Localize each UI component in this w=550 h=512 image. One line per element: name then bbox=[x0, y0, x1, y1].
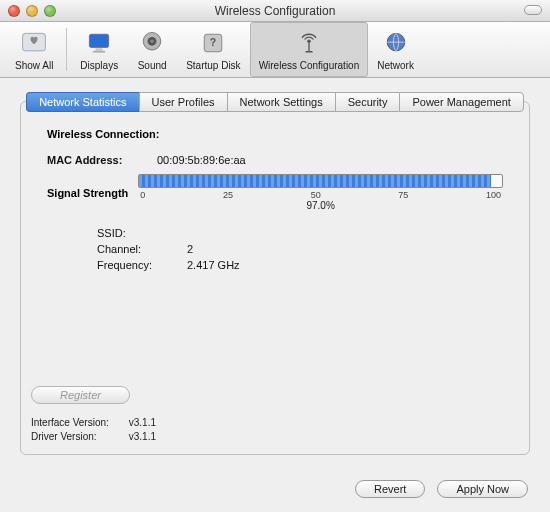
signal-ticks: 0 25 50 75 100 bbox=[138, 190, 503, 200]
tick-75: 75 bbox=[398, 190, 408, 200]
connection-details: SSID: Channel: 2 Frequency: 2.417 GHz bbox=[97, 227, 503, 271]
toolbar-label: Startup Disk bbox=[186, 60, 240, 71]
svg-rect-2 bbox=[96, 48, 103, 51]
driver-version-value: v3.1.1 bbox=[129, 431, 156, 442]
toolbar-startup-disk[interactable]: ? Startup Disk bbox=[177, 22, 249, 77]
mac-address-row: MAC Address: 00:09:5b:89:6e:aa bbox=[47, 154, 503, 166]
driver-version-label: Driver Version: bbox=[31, 430, 126, 444]
globe-icon bbox=[380, 28, 412, 58]
speaker-icon bbox=[136, 28, 168, 58]
statistics-pane: Wireless Connection: MAC Address: 00:09:… bbox=[20, 101, 530, 455]
tab-user-profiles[interactable]: User Profiles bbox=[139, 92, 227, 112]
ssid-label: SSID: bbox=[97, 227, 187, 239]
toolbar-label: Sound bbox=[138, 60, 167, 71]
interface-version-value: v3.1.1 bbox=[129, 417, 156, 428]
tab-security[interactable]: Security bbox=[335, 92, 400, 112]
toolbar-wireless-config[interactable]: Wireless Configuration bbox=[250, 22, 369, 77]
signal-strength-label: Signal Strength bbox=[47, 187, 128, 199]
toolbar-label: Network bbox=[377, 60, 414, 71]
tab-network-settings[interactable]: Network Settings bbox=[227, 92, 335, 112]
tick-100: 100 bbox=[486, 190, 501, 200]
revert-button[interactable]: Revert bbox=[355, 480, 425, 498]
svg-point-9 bbox=[307, 40, 311, 44]
content-area: Network Statistics User Profiles Network… bbox=[0, 78, 550, 512]
close-icon[interactable] bbox=[8, 5, 20, 17]
zoom-icon[interactable] bbox=[44, 5, 56, 17]
frequency-label: Frequency: bbox=[97, 259, 187, 271]
channel-value: 2 bbox=[187, 243, 193, 255]
toolbar-label: Show All bbox=[15, 60, 53, 71]
signal-strength-percent: 97.0% bbox=[138, 200, 503, 211]
toolbar-label: Wireless Configuration bbox=[259, 60, 360, 71]
register-button[interactable]: Register bbox=[31, 386, 130, 404]
toolbar-label: Displays bbox=[80, 60, 118, 71]
bottom-button-row: Revert Apply Now bbox=[355, 480, 528, 498]
mac-address-value: 00:09:5b:89:6e:aa bbox=[157, 154, 246, 166]
channel-label: Channel: bbox=[97, 243, 187, 255]
svg-point-6 bbox=[150, 40, 154, 44]
tick-50: 50 bbox=[311, 190, 321, 200]
tab-bar: Network Statistics User Profiles Network… bbox=[20, 92, 530, 112]
minimize-icon[interactable] bbox=[26, 5, 38, 17]
mac-address-label: MAC Address: bbox=[47, 154, 157, 166]
window-controls bbox=[0, 5, 56, 17]
toolbar: Show All Displays Sound ? Startup Disk W… bbox=[0, 22, 550, 78]
tab-network-statistics[interactable]: Network Statistics bbox=[26, 92, 138, 112]
toolbar-separator bbox=[66, 28, 67, 71]
display-icon bbox=[83, 28, 115, 58]
toolbar-show-all[interactable]: Show All bbox=[6, 22, 62, 77]
version-block: Interface Version: v3.1.1 Driver Version… bbox=[31, 416, 156, 444]
signal-strength-bar bbox=[138, 174, 503, 188]
toolbar-displays[interactable]: Displays bbox=[71, 22, 127, 77]
apple-logo-icon bbox=[18, 28, 50, 58]
svg-rect-3 bbox=[93, 51, 105, 53]
disk-icon: ? bbox=[197, 28, 229, 58]
interface-version-label: Interface Version: bbox=[31, 416, 126, 430]
apply-now-button[interactable]: Apply Now bbox=[437, 480, 528, 498]
window-title: Wireless Configuration bbox=[0, 4, 550, 18]
tick-25: 25 bbox=[223, 190, 233, 200]
antenna-icon bbox=[293, 28, 325, 58]
toolbar-network[interactable]: Network bbox=[368, 22, 423, 77]
titlebar: Wireless Configuration bbox=[0, 0, 550, 22]
frequency-value: 2.417 GHz bbox=[187, 259, 240, 271]
section-heading: Wireless Connection: bbox=[47, 128, 503, 140]
svg-rect-1 bbox=[90, 34, 109, 47]
toolbar-toggle-icon[interactable] bbox=[524, 5, 542, 15]
tick-0: 0 bbox=[140, 190, 145, 200]
signal-strength-fill bbox=[139, 175, 491, 187]
signal-strength-row: Signal Strength 0 25 50 75 100 97.0% bbox=[47, 174, 503, 211]
tab-power-management[interactable]: Power Management bbox=[399, 92, 523, 112]
svg-text:?: ? bbox=[210, 36, 216, 48]
toolbar-sound[interactable]: Sound bbox=[127, 22, 177, 77]
